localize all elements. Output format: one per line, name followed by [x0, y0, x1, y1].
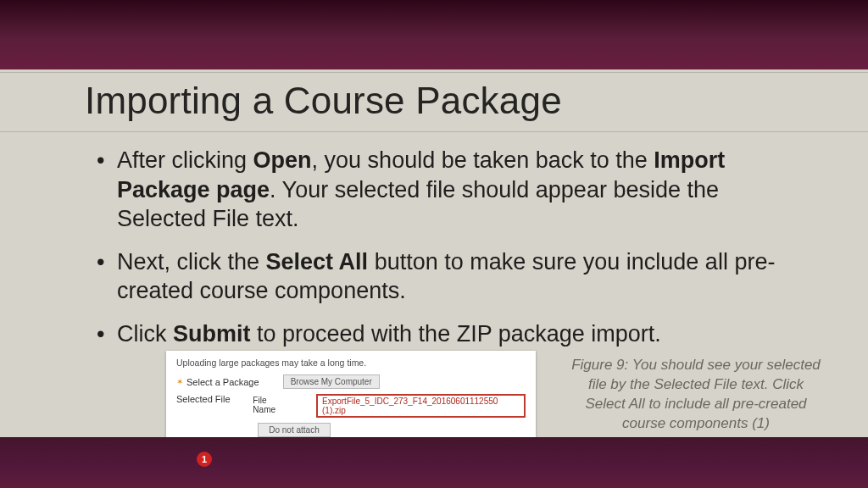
bottom-banner [0, 437, 868, 488]
select-package-row: ✶ Select a Package Browse My Computer [176, 374, 526, 389]
divider [0, 131, 868, 132]
selected-file-label: Selected File [176, 394, 253, 404]
text: After clicking [117, 147, 253, 173]
figure-caption: Figure 9: You should see your selected f… [568, 356, 824, 434]
divider [0, 72, 868, 73]
emphasis: Select All [266, 249, 369, 274]
select-package-label: Select a Package [186, 377, 259, 387]
callout-badge: 1 [197, 452, 212, 467]
text: Next, click the [117, 249, 266, 274]
emphasis: Open [253, 147, 312, 173]
selected-file-row: Selected File File Name ExportFile_5_IDC… [176, 394, 526, 418]
bullet-item: Next, click the Select All button to mak… [102, 247, 809, 306]
text: Click [117, 321, 173, 347]
emphasis: Submit [173, 321, 251, 347]
required-star-icon: ✶ [176, 377, 183, 386]
text: to proceed with the ZIP package import. [251, 321, 661, 347]
bullet-item: After clicking Open, you should be taken… [102, 146, 809, 234]
filename-label: File Name [253, 396, 291, 414]
top-banner [0, 0, 868, 69]
do-not-attach-button[interactable]: Do not attach [258, 423, 331, 437]
slide: Importing a Course Package After clickin… [0, 0, 868, 488]
upload-hint: Uploading large packages may take a long… [176, 358, 526, 368]
text: , you should be taken back to the [312, 147, 654, 173]
page-title: Importing a Course Package [85, 80, 562, 122]
selected-filename: ExportFile_5_IDC_273_F14_20160601112550 … [316, 394, 526, 418]
bullet-item: Click Submit to proceed with the ZIP pac… [102, 319, 809, 349]
bullet-list: After clicking Open, you should be taken… [102, 146, 809, 362]
browse-computer-button[interactable]: Browse My Computer [283, 374, 380, 389]
